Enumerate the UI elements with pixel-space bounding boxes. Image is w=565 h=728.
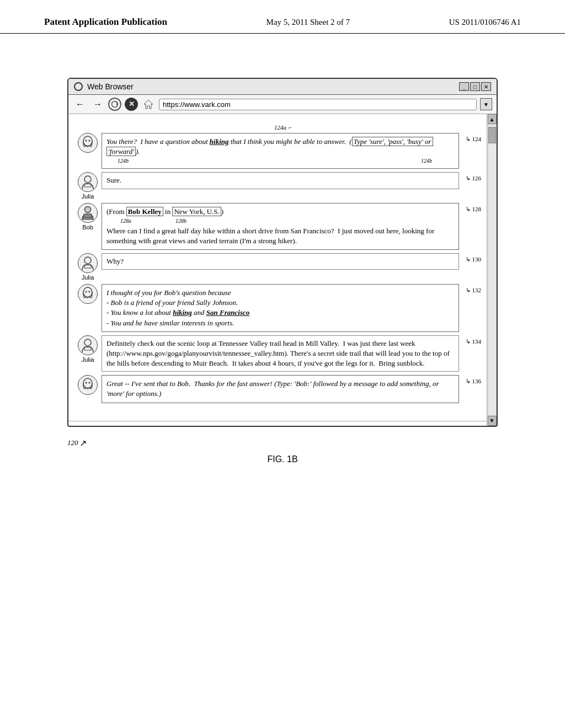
home-icon	[143, 99, 154, 110]
bob-kelley-span: Bob Kelley	[126, 207, 163, 216]
ann-124b-row: 124b 124b	[106, 157, 454, 165]
svg-point-13	[86, 291, 87, 292]
svg-point-4	[86, 140, 87, 142]
title-bar-left: Web Browser	[74, 82, 134, 91]
chat-area: 124a ⌐	[68, 119, 487, 410]
svg-point-18	[86, 382, 87, 384]
home-button[interactable]	[141, 98, 156, 111]
bob-icon	[79, 205, 96, 221]
maximize-button[interactable]: □	[470, 82, 480, 91]
scrollbar-thumb[interactable]	[488, 127, 496, 143]
message-row-132: I thought of you for Bob's question beca…	[74, 284, 481, 332]
message-bubble-128: (From Bob Kelley in New York, U.S.) 128a…	[102, 203, 459, 250]
ghost-icon-3	[79, 377, 96, 393]
avatar-col-bob: Bob	[74, 203, 102, 231]
ref-136: ↳ 136	[459, 375, 481, 386]
message-bubble-130: Why?	[102, 253, 459, 270]
ref-134: ↳ 134	[459, 335, 481, 346]
svg-point-17	[83, 378, 92, 388]
svg-point-12	[83, 287, 92, 297]
back-button[interactable]: ←	[73, 98, 87, 111]
avatar-ghost-3	[78, 375, 98, 395]
avatar-julia-2	[78, 253, 98, 273]
julia-icon-3	[79, 337, 96, 354]
dropdown-button[interactable]: ▼	[480, 98, 492, 110]
msg-128-text: Where can I find a great half day hike w…	[106, 227, 434, 245]
message-bubble-132: I thought of you for Bob's question beca…	[102, 284, 459, 332]
fig-120-label: 120	[67, 438, 78, 447]
svg-point-5	[89, 140, 90, 142]
julia-icon-2	[79, 255, 96, 271]
minimize-button[interactable]: _	[459, 82, 469, 91]
annotation-128b: 128b	[175, 217, 186, 225]
julia-label-2: Julia	[82, 274, 94, 281]
message-bubble-124: You there? I have a question about hikin…	[102, 133, 459, 169]
msg-136-text: Great -- I've sent that to Bob. Thanks f…	[106, 379, 439, 398]
ghost-icon-2	[79, 286, 96, 302]
avatar-julia-3	[78, 335, 98, 355]
msg-132-text: I thought of you for Bob's question beca…	[106, 288, 249, 327]
ann-128-row: 128a 128b	[106, 217, 454, 225]
annotation-124a-arrow: ⌐	[289, 124, 292, 131]
message-row-130: Julia Why? ↳ 130	[74, 253, 481, 281]
annotation-124b-right: 124b	[421, 157, 432, 165]
forward-button[interactable]: →	[90, 98, 105, 111]
avatar-col-julia-2: Julia	[74, 253, 102, 281]
main-content: Web Browser _ □ ✕ ← → ✕	[0, 34, 565, 486]
svg-point-14	[89, 291, 90, 292]
url-input[interactable]	[159, 99, 477, 110]
svg-point-8	[85, 207, 91, 213]
julia-label-1: Julia	[82, 193, 94, 200]
message-row-128: Bob (From Bob Kelley in New York, U.S.) …	[74, 203, 481, 250]
svg-marker-1	[116, 103, 118, 105]
annotation-128a: 128a	[120, 217, 131, 225]
fig-num-area: 120 ↗	[67, 438, 87, 448]
scrollbar-track[interactable]	[488, 124, 497, 416]
message-bubble-134: Definitely check out the scenic loop at …	[102, 335, 459, 372]
browser-toolbar: ← → ✕ ▼	[68, 95, 497, 114]
message-row-124: You there? I have a question about hikin…	[74, 133, 481, 169]
svg-point-3	[83, 136, 92, 146]
scrollbar-up-button[interactable]: ▲	[488, 114, 497, 124]
close-button[interactable]: ✕	[481, 82, 491, 91]
message-row-136: Great -- I've sent that to Bob. Thanks f…	[74, 375, 481, 403]
svg-point-6	[84, 176, 91, 183]
fig-caption: FIG. 1B	[267, 454, 297, 464]
ref-126: ↳ 126	[459, 172, 481, 183]
bob-label: Bob	[82, 224, 93, 231]
annotation-124b-left: 124b	[118, 157, 129, 165]
avatar-bob	[78, 203, 98, 223]
msg-124-text: You there? I have a question about hikin…	[106, 137, 433, 156]
window-circle-icon	[74, 82, 83, 91]
ref-132: ↳ 132	[459, 284, 481, 295]
julia-label-3: Julia	[82, 356, 94, 363]
svg-rect-9	[84, 214, 92, 218]
browser-window: Web Browser _ □ ✕ ← → ✕	[67, 78, 498, 427]
avatar-ghost-1	[78, 133, 98, 153]
browser-bottom-border	[68, 421, 487, 421]
msg-126-text: Sure.	[106, 176, 121, 184]
refresh-button[interactable]	[108, 98, 121, 111]
avatar-col-ghost-2	[74, 284, 102, 304]
ref-124: ↳ 124	[459, 133, 481, 143]
window-controls[interactable]: _ □ ✕	[459, 82, 491, 91]
message-bubble-126: Sure.	[102, 172, 459, 189]
header-patent-number: US 2011/0106746 A1	[449, 18, 521, 27]
avatar-col-1	[74, 133, 102, 153]
annotation-124a: 124a	[274, 124, 286, 131]
message-row-134: Julia Definitely check out the scenic lo…	[74, 335, 481, 372]
browser-scrollbar[interactable]: ▲ ▼	[487, 114, 497, 426]
avatar-col-julia-1: Julia	[74, 172, 102, 200]
julia-icon-1	[79, 174, 96, 190]
msg-128-header: (From Bob Kelley in New York, U.S.)	[106, 207, 454, 217]
svg-marker-2	[144, 100, 153, 109]
new-york-span: New York, U.S.	[172, 207, 221, 216]
msg-130-text: Why?	[106, 257, 124, 265]
stop-button[interactable]: ✕	[125, 98, 138, 111]
browser-title: Web Browser	[87, 82, 134, 91]
scrollbar-down-button[interactable]: ▼	[488, 416, 497, 426]
fig-arrow: ↗	[79, 438, 87, 448]
avatar-ghost-2	[78, 284, 98, 304]
header-date-sheet: May 5, 2011 Sheet 2 of 7	[266, 18, 350, 27]
avatar-col-ghost-3	[74, 375, 102, 395]
